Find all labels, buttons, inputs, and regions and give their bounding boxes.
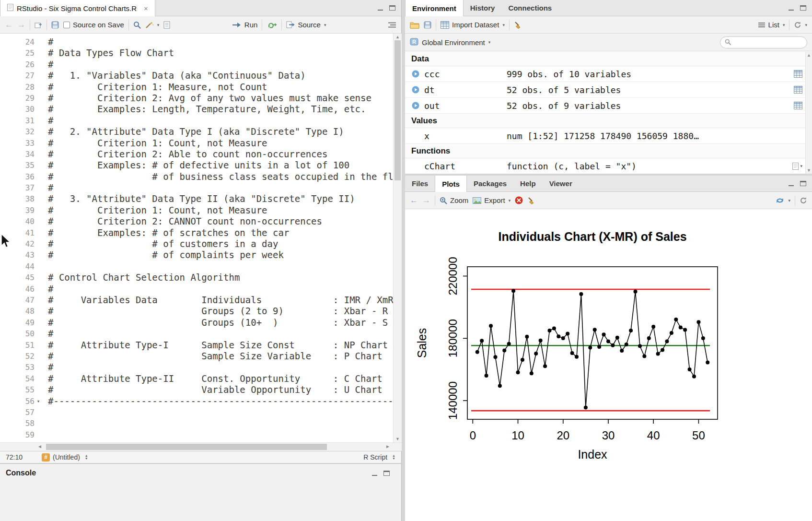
document-section-selector[interactable]: # (Untitled) ▲▼ [42, 453, 88, 462]
expand-icon[interactable] [412, 70, 424, 78]
code-line[interactable]: 38# 3. "Attribute" Data Type II (aka "Di… [0, 193, 393, 204]
code-line[interactable]: 26# [0, 59, 393, 70]
env-row-out[interactable]: out52 obs. of 9 variables [405, 98, 805, 114]
code-line[interactable]: 39# Criterion 1: Count, not Measure [0, 205, 393, 216]
code-line[interactable]: 42# # of customers in a day [0, 238, 393, 249]
scroll-right-icon[interactable]: ► [385, 444, 390, 449]
fold-arrow-icon[interactable]: ▾ [35, 396, 42, 407]
run-button[interactable]: Run [232, 21, 258, 29]
import-dataset-button[interactable]: Import Dataset ▾ [441, 21, 505, 29]
environment-scope-selector[interactable]: Global Environment ▾ [422, 38, 490, 47]
save-icon[interactable] [51, 21, 59, 29]
previous-plot-icon[interactable]: ← [410, 196, 418, 204]
maximize-icon[interactable] [383, 471, 390, 476]
code-line[interactable]: 32# 2. "Attribute" Data Type I (aka "Dis… [0, 126, 393, 137]
code-line[interactable]: 35# Examples: # of defective units in a … [0, 160, 393, 171]
maximize-icon[interactable] [389, 5, 395, 11]
view-table-icon[interactable] [783, 102, 802, 109]
scroll-left-icon[interactable]: ◄ [37, 444, 42, 449]
scroll-down-icon[interactable]: ▼ [394, 437, 402, 441]
view-function-icon[interactable]: ▾ [783, 163, 802, 170]
scroll-down-icon[interactable]: ▼ [806, 168, 812, 173]
save-icon[interactable] [424, 21, 431, 29]
vertical-scrollbar[interactable]: ▲ ▼ [393, 34, 402, 442]
code-line[interactable]: 55# Variable Opportunity : U Chart [0, 384, 393, 395]
code-line[interactable]: 30# Examples: Length, Temperature, Weigh… [0, 104, 393, 115]
code-line[interactable]: 51# Attribute Type-I Sample Size Const :… [0, 340, 393, 351]
environment-search[interactable] [720, 36, 807, 48]
code-line[interactable]: 41# Examples: # of scratches on the car [0, 227, 393, 238]
code-line[interactable]: 50# [0, 328, 393, 339]
maximize-icon[interactable] [800, 181, 806, 186]
code-line[interactable]: 58 [0, 418, 393, 429]
document-outline-icon[interactable] [388, 22, 396, 28]
env-row-x[interactable]: xnum [1:52] 171258 178490 156059 1880… [405, 128, 805, 144]
compile-report-icon[interactable] [163, 21, 170, 29]
code-line[interactable]: 44 [0, 261, 393, 272]
close-tab-icon[interactable]: × [144, 4, 148, 12]
environment-scrollbar[interactable]: ▲ ▼ [805, 52, 812, 174]
code-line[interactable]: 57 [0, 407, 393, 418]
tab-history[interactable]: History [464, 0, 502, 16]
list-view-button[interactable]: List ▾ [758, 21, 785, 29]
view-table-icon[interactable] [783, 86, 802, 94]
source-tab[interactable]: RStudio - Six Sigma Control Charts.R × [0, 0, 155, 16]
code-line[interactable]: 37# [0, 182, 393, 193]
code-line[interactable]: 56▾#------------------------------------… [0, 396, 393, 407]
code-line[interactable]: 45# Control Chart Selection Algorithm [0, 272, 393, 283]
rerun-icon[interactable] [267, 21, 277, 28]
open-folder-icon[interactable] [410, 21, 419, 29]
expand-icon[interactable] [412, 86, 424, 94]
env-row-dt[interactable]: dt52 obs. of 5 variables [405, 82, 805, 98]
source-button[interactable]: Source ▾ [286, 21, 326, 29]
env-row-cChart[interactable]: cChartfunction (c, label = "x")▾ [405, 158, 805, 174]
back-icon[interactable]: ← [5, 21, 13, 29]
code-line[interactable]: 47# Variables Data Individuals : IMR / X… [0, 295, 393, 306]
code-line[interactable]: 52# Sample Size Variable : P Chart [0, 351, 393, 362]
code-line[interactable]: 40# Criterion 2: CANNOT count non-occurr… [0, 216, 393, 227]
minimize-icon[interactable] [788, 181, 794, 186]
view-table-icon[interactable] [783, 70, 802, 78]
next-plot-icon[interactable]: → [422, 196, 430, 204]
code-line[interactable]: 25# Data Types Flow Chart [0, 47, 393, 59]
code-line[interactable]: 46# [0, 284, 393, 295]
code-line[interactable]: 24# [0, 36, 393, 47]
search-input[interactable] [734, 38, 802, 46]
maximize-icon[interactable] [800, 5, 806, 11]
code-editor[interactable]: 24#25# Data Types Flow Chart26#27# 1. "V… [0, 34, 402, 442]
code-line[interactable]: 59 [0, 429, 393, 440]
scroll-up-icon[interactable]: ▲ [806, 53, 812, 58]
source-on-save-toggle[interactable]: Source on Save [63, 21, 124, 29]
tab-plots[interactable]: Plots [435, 176, 467, 192]
expand-icon[interactable] [412, 102, 424, 109]
publish-sync-icon[interactable]: ▾ [775, 197, 790, 204]
find-icon[interactable] [133, 21, 141, 29]
popout-icon[interactable] [35, 22, 42, 28]
minimize-icon[interactable] [788, 5, 794, 11]
code-line[interactable]: 27# 1. "Variables" Data (aka "Continuous… [0, 70, 393, 81]
refresh-icon[interactable]: ▾ [794, 21, 807, 29]
code-line[interactable]: 31# [0, 115, 393, 126]
file-type-selector[interactable]: R Script ▲▼ [363, 453, 395, 461]
remove-plot-icon[interactable] [515, 196, 523, 204]
code-line[interactable]: 29# Criterion 2: Avg of any two values m… [0, 93, 393, 104]
clear-broom-icon[interactable] [527, 196, 536, 204]
code-line[interactable]: 34# Criterion 2: Able to count non-occur… [0, 149, 393, 160]
minimize-icon[interactable] [377, 5, 383, 11]
scrollbar-thumb[interactable] [394, 40, 401, 180]
env-row-ccc[interactable]: ccc999 obs. of 10 variables [405, 66, 805, 82]
code-line[interactable]: 36# # of business class seats occupied i… [0, 171, 393, 182]
tab-environment[interactable]: Environment [405, 0, 464, 16]
code-line[interactable]: 48# Groups (2 to 9) : Xbar - R [0, 306, 393, 317]
zoom-button[interactable]: Zoom [440, 196, 468, 204]
code-line[interactable]: 28# Criterion 1: Measure, not Count [0, 82, 393, 93]
code-line[interactable]: 33# Criterion 1: Count, not Measure [0, 138, 393, 149]
tab-files[interactable]: Files [405, 176, 435, 191]
code-line[interactable]: 54# Attribute Type-II Const. Opportunity… [0, 373, 393, 384]
source-on-save-checkbox[interactable] [63, 22, 70, 28]
refresh-icon[interactable] [800, 197, 807, 204]
code-line[interactable]: 43# # of complaints per week [0, 249, 393, 260]
tab-help[interactable]: Help [513, 176, 543, 191]
minimize-icon[interactable] [371, 471, 378, 476]
scrollbar-thumb[interactable] [46, 444, 327, 450]
